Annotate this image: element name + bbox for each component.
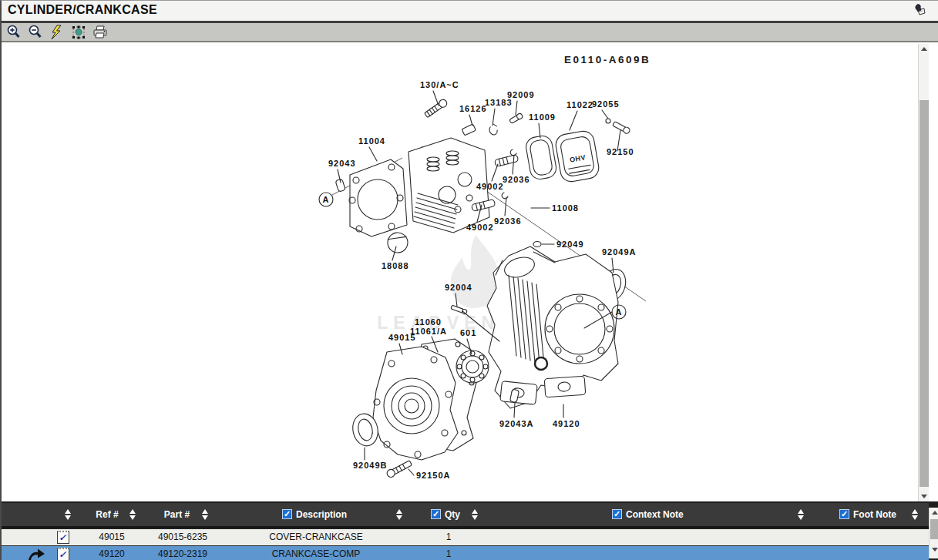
- svg-text:A: A: [616, 307, 623, 317]
- table-scroll-up-button[interactable]: [930, 508, 938, 518]
- part-crankcase: [487, 246, 618, 408]
- part-label-11004[interactable]: 11004: [358, 136, 385, 146]
- sort-note-column[interactable]: [65, 509, 71, 520]
- part-label-11022[interactable]: 11022: [566, 100, 593, 109]
- sort-ref[interactable]: [129, 509, 136, 520]
- part-bearing: [456, 350, 489, 383]
- part-rocker-cover: OHV: [554, 129, 600, 183]
- part-label-92055[interactable]: 92055: [592, 99, 620, 109]
- table-row[interactable]: ✓4901549015-6235COVER-CRANKCASE1: [2, 529, 929, 545]
- part-note-icon[interactable]: ✓: [57, 548, 69, 560]
- table-scroll-thumb[interactable]: [930, 519, 938, 539]
- part-label-49120[interactable]: 49120: [553, 419, 580, 428]
- table-scroll-down-button[interactable]: [930, 545, 938, 555]
- table-header: Ref # Part # ✓ Description ✓ Qty ✓ Conte…: [2, 503, 929, 528]
- cell-qty: 1: [429, 548, 468, 559]
- toolbar: [2, 23, 938, 42]
- part-head-gasket: [349, 159, 407, 236]
- part-label-11008[interactable]: 11008: [552, 203, 579, 213]
- part-label-11009[interactable]: 11009: [529, 112, 556, 122]
- zoom-out-icon[interactable]: [27, 25, 44, 40]
- part-label-92049[interactable]: 92049: [556, 240, 584, 249]
- column-foot-note: Foot Note: [853, 509, 896, 520]
- cell-qty: 1: [429, 531, 468, 542]
- column-ref: Ref #: [88, 509, 126, 520]
- select-region-icon[interactable]: [70, 25, 87, 40]
- zoom-in-icon[interactable]: [5, 25, 22, 40]
- table-row[interactable]: ✓4912049120-2319CRANKCASE-COMP1: [2, 546, 929, 560]
- part-label-92036[interactable]: 92036: [503, 175, 530, 184]
- sort-qty[interactable]: [472, 509, 478, 520]
- part-label-92150[interactable]: 92150: [607, 147, 634, 156]
- part-label-18088[interactable]: 18088: [382, 261, 409, 270]
- callout-A: A: [319, 193, 333, 206]
- table-scrollbar[interactable]: [929, 508, 938, 558]
- part-crankcase-cover: [373, 347, 458, 460]
- part-label-92009[interactable]: 92009: [507, 90, 535, 99]
- diagram-scroll-thumb[interactable]: [920, 100, 929, 487]
- part-plug: [533, 242, 541, 247]
- selected-row-arrow-icon: [27, 548, 45, 560]
- parts-catalog-window: CYLINDER/CRANKCASE: [0, 0, 938, 560]
- checkbox-description[interactable]: ✓: [282, 509, 292, 519]
- cell-description: CRANKCASE-COMP: [231, 548, 401, 559]
- print-icon[interactable]: [92, 25, 109, 40]
- column-context-note: Context Note: [626, 509, 684, 520]
- svg-text:A: A: [323, 195, 330, 204]
- part-label-92043A[interactable]: 92043A: [499, 419, 534, 428]
- checkbox-context-note[interactable]: ✓: [612, 509, 622, 519]
- part-label-11060[interactable]: 11060: [415, 317, 442, 327]
- part-label-92049A[interactable]: 92049A: [602, 247, 637, 257]
- parts-table: Ref # Part # ✓ Description ✓ Qty ✓ Conte…: [2, 501, 938, 560]
- part-label-16126[interactable]: 16126: [459, 104, 487, 113]
- cell-part: 49015-6235: [136, 531, 229, 542]
- part-label-49015[interactable]: 49015: [388, 333, 416, 342]
- column-description: Description: [296, 509, 347, 520]
- part-label-92004[interactable]: 92004: [445, 283, 472, 292]
- column-part: Part #: [156, 509, 198, 520]
- part-label-92036[interactable]: 92036: [494, 216, 522, 226]
- part-label-92043[interactable]: 92043: [328, 159, 356, 168]
- checkbox-qty[interactable]: ✓: [431, 509, 441, 519]
- cell-part: 49120-2319: [136, 548, 229, 559]
- diagram-code: E0110-A609B: [564, 54, 651, 65]
- part-half-moon: [386, 231, 408, 253]
- column-qty: Qty: [445, 509, 460, 520]
- diagram-scrollbar[interactable]: [918, 44, 929, 501]
- scroll-down-button[interactable]: [919, 491, 929, 501]
- diagram-canvas[interactable]: LEADVENTURE E0110-A609B: [2, 44, 929, 501]
- quick-flash-icon[interactable]: [49, 25, 66, 40]
- title-bar: CYLINDER/CRANKCASE: [2, 1, 938, 21]
- page-flip-hand-icon[interactable]: [912, 3, 927, 18]
- sort-part[interactable]: [202, 509, 208, 520]
- part-label-601[interactable]: 601: [460, 328, 476, 337]
- sort-foot-note[interactable]: [912, 509, 918, 520]
- part-label-130AC[interactable]: 130/A~C: [420, 80, 459, 89]
- part-label-49002[interactable]: 49002: [466, 223, 494, 232]
- sort-context-note[interactable]: [798, 509, 804, 520]
- page-title: CYLINDER/CRANKCASE: [8, 3, 157, 17]
- scroll-up-button[interactable]: [919, 44, 929, 54]
- checkbox-foot-note[interactable]: ✓: [839, 509, 849, 519]
- sort-description[interactable]: [396, 509, 402, 520]
- part-note-icon[interactable]: ✓: [57, 531, 69, 544]
- cell-description: COVER-CRANKCASE: [231, 531, 401, 542]
- part-label-92049B[interactable]: 92049B: [353, 461, 388, 470]
- part-label-49002[interactable]: 49002: [476, 182, 504, 191]
- part-label-92150A[interactable]: 92150A: [416, 471, 451, 480]
